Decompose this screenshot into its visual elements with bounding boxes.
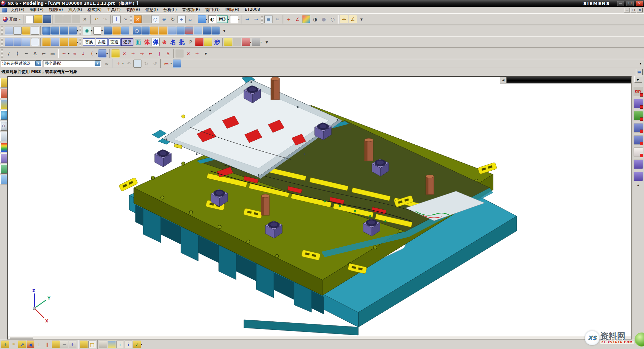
edit-curve-icon[interactable] bbox=[175, 49, 184, 58]
measure-angle-icon[interactable]: ∠ bbox=[349, 15, 357, 23]
section-curve-icon-dropdown[interactable]: ▾ bbox=[106, 52, 108, 55]
block-feature-icon[interactable] bbox=[69, 27, 77, 35]
edit-pole-icon[interactable]: + bbox=[193, 49, 201, 58]
history-tab[interactable]: ○ bbox=[0, 121, 7, 131]
draft-analysis-icon[interactable] bbox=[22, 27, 30, 35]
undo-icon[interactable]: ↶ bbox=[92, 15, 100, 23]
cut-icon[interactable] bbox=[55, 15, 63, 23]
through-curves-icon[interactable] bbox=[13, 38, 22, 46]
visualization-tab[interactable] bbox=[0, 143, 7, 152]
replace-button[interactable]: 替换 bbox=[83, 38, 95, 46]
constraint-navigator-tab[interactable] bbox=[0, 89, 7, 98]
thread-feature-icon[interactable] bbox=[159, 27, 167, 35]
delete-icon[interactable]: × bbox=[81, 15, 89, 23]
toolbar-grip[interactable] bbox=[1, 49, 3, 58]
datum-plane-icon[interactable] bbox=[93, 27, 101, 35]
menu-item-12[interactable]: ET2008 bbox=[242, 7, 263, 13]
copy-icon[interactable] bbox=[63, 15, 71, 23]
menu-item-1[interactable]: 编辑(E) bbox=[27, 7, 46, 13]
close-button[interactable]: ✕ bbox=[636, 1, 643, 6]
fillet-curve-icon[interactable]: ⌐ bbox=[147, 49, 155, 58]
import-part-icon-dropdown[interactable]: ▾ bbox=[260, 41, 262, 44]
child-minimize-button[interactable]: — bbox=[624, 8, 630, 12]
relations-info-icon[interactable]: i bbox=[125, 341, 132, 348]
pattern-component-icon[interactable] bbox=[80, 341, 88, 348]
constraint-wrench-icon[interactable]: + bbox=[69, 341, 76, 348]
toolbar-grip[interactable] bbox=[1, 26, 3, 35]
patch-icon[interactable] bbox=[212, 27, 220, 35]
hole-feature-icon[interactable]: ○ bbox=[133, 27, 141, 35]
find-object-icon[interactable]: ∞ bbox=[103, 60, 111, 68]
bridge-curve-icon[interactable]: ( bbox=[88, 49, 96, 58]
open-folder-icon[interactable] bbox=[34, 15, 42, 23]
face-analysis-icon[interactable] bbox=[230, 15, 238, 23]
info-icon[interactable]: i bbox=[112, 15, 121, 23]
new-file-icon[interactable] bbox=[26, 15, 34, 23]
view-in-layer-icon[interactable]: ≈ bbox=[273, 15, 281, 23]
bolt-template-icon[interactable] bbox=[634, 99, 643, 108]
trim-curve-icon[interactable]: × bbox=[120, 49, 128, 58]
clearance-check-icon[interactable]: ✓ bbox=[133, 341, 141, 348]
menu-item-8[interactable]: 分析(L) bbox=[161, 7, 180, 13]
render-style-shaded-icon[interactable]: ◐ bbox=[208, 15, 216, 23]
pan-icon[interactable]: + bbox=[178, 15, 186, 23]
layer-settings-icon[interactable]: ≡ bbox=[264, 15, 272, 23]
palette-scroll-right-icon[interactable]: ▶ bbox=[634, 76, 642, 83]
studio-surface-icon[interactable] bbox=[31, 38, 39, 46]
menu-item-6[interactable]: 装配(A) bbox=[123, 7, 143, 13]
key-template-icon[interactable]: KEY bbox=[634, 87, 643, 96]
viewport-bottom-scrollbar[interactable] bbox=[8, 336, 631, 339]
block-green-template-icon[interactable] bbox=[634, 111, 643, 120]
menu-item-4[interactable]: 格式(R) bbox=[85, 7, 104, 13]
palette-scroll-left-icon[interactable]: ◀ bbox=[637, 184, 639, 187]
immediate-hide-icon[interactable]: ● bbox=[320, 15, 328, 23]
swept-surface-icon[interactable] bbox=[42, 38, 51, 46]
selection-scope-dropdown[interactable]: 整个装配 ▼ bbox=[43, 60, 101, 67]
child-close-button[interactable]: ✕ bbox=[637, 8, 643, 12]
child-window-icon[interactable] bbox=[2, 8, 7, 12]
ruled-surface-icon[interactable] bbox=[5, 38, 13, 46]
scroll-track[interactable] bbox=[507, 77, 631, 83]
shaft-template-icon[interactable] bbox=[634, 160, 643, 169]
m3-view-button-dropdown[interactable]: ▾ bbox=[228, 18, 229, 21]
move-component-wrench-icon[interactable]: ⌐ bbox=[60, 341, 68, 348]
export-part-icon-dropdown[interactable]: ▾ bbox=[250, 41, 251, 44]
text-icon[interactable]: A bbox=[31, 49, 39, 58]
lock-icon[interactable] bbox=[233, 38, 241, 46]
body-display-button[interactable]: 体 bbox=[143, 38, 151, 46]
gallery-tab[interactable] bbox=[0, 175, 7, 184]
menu-item-0[interactable]: 文件(F) bbox=[8, 7, 27, 13]
bushing-template-icon[interactable] bbox=[634, 147, 643, 157]
line-icon[interactable]: / bbox=[5, 49, 13, 58]
x-form-icon[interactable]: × bbox=[184, 49, 192, 58]
menu-item-2[interactable]: 视图(V) bbox=[46, 7, 66, 13]
zoom-in-out-icon[interactable]: ⊕ bbox=[160, 15, 168, 23]
add-component-icon[interactable]: + bbox=[1, 341, 9, 348]
rotate-ccw-icon[interactable]: ↺ bbox=[151, 60, 159, 68]
scroll-thumb[interactable] bbox=[9, 337, 33, 339]
toolbar-grip[interactable] bbox=[79, 38, 81, 46]
rectangle-icon[interactable]: ▭ bbox=[49, 49, 57, 58]
restore-view-icon[interactable] bbox=[636, 69, 643, 75]
3d-model-die-assembly[interactable]: Z Y X bbox=[8, 77, 632, 336]
viewport-top-scrollbar[interactable]: ◀ bbox=[500, 77, 631, 83]
wave-link-icon[interactable] bbox=[224, 38, 232, 46]
fit-view-icon[interactable]: × bbox=[134, 15, 142, 23]
section-surface-icon[interactable] bbox=[51, 38, 59, 46]
import-part-icon[interactable] bbox=[252, 38, 260, 46]
sketch-icon[interactable]: ◉ bbox=[83, 27, 91, 35]
elbow-template-icon[interactable] bbox=[634, 172, 643, 181]
bend-icon[interactable] bbox=[69, 38, 77, 46]
mesh-surface-icon[interactable] bbox=[31, 27, 39, 35]
join-curve-icon[interactable]: J bbox=[155, 49, 163, 58]
project-curve-icon[interactable]: ↓ bbox=[79, 49, 87, 58]
minimize-button[interactable]: — bbox=[617, 1, 624, 6]
open-book-icon[interactable] bbox=[173, 60, 181, 68]
bridge-curve-icon-dropdown[interactable]: ▾ bbox=[96, 52, 97, 55]
start-menu-button[interactable]: 开始 bbox=[1, 16, 23, 23]
toolbar-grip[interactable] bbox=[130, 15, 132, 24]
snap-point-icon-dropdown[interactable]: ▾ bbox=[122, 62, 124, 65]
block-blue-template-icon[interactable] bbox=[634, 123, 643, 133]
batch-tool-button[interactable]: 批 bbox=[178, 38, 186, 46]
menu-item-11[interactable]: 帮助(H) bbox=[222, 7, 242, 13]
